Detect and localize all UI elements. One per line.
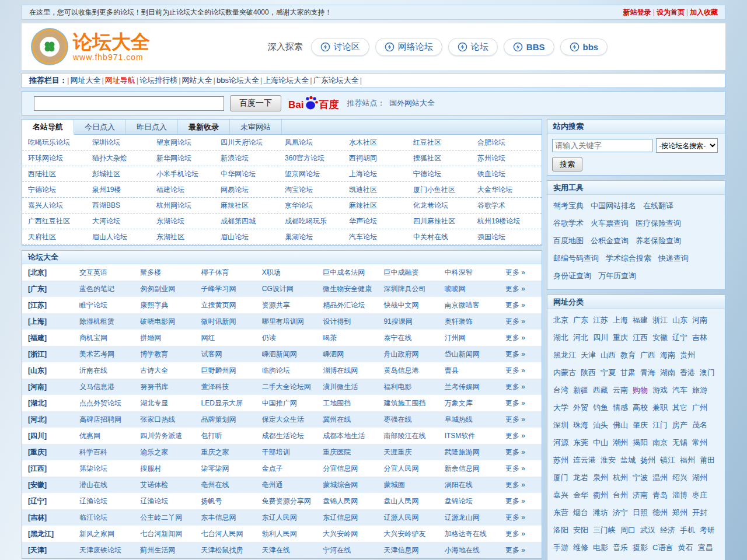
forum-link[interactable]: 古诗大全: [140, 362, 201, 379]
baidu-search-button[interactable]: 百度一下: [230, 95, 281, 111]
category-link[interactable]: 深圳: [553, 416, 568, 434]
more-link[interactable]: 更多 »: [505, 297, 542, 313]
category-link[interactable]: 台州: [613, 487, 628, 504]
category-link[interactable]: 湖北: [553, 329, 568, 346]
forum-link[interactable]: 巨野麟州网: [201, 362, 262, 379]
forum-link[interactable]: 七台河人民网: [201, 526, 262, 542]
more-link[interactable]: 更多 »: [505, 330, 542, 346]
forum-link[interactable]: 汀州网: [445, 330, 505, 346]
category-link[interactable]: 莆田: [700, 452, 715, 469]
category-link[interactable]: 海南: [660, 346, 675, 364]
category-link[interactable]: 厦门: [553, 469, 568, 487]
forum-link[interactable]: 交互英语: [79, 264, 140, 281]
forum-link[interactable]: 天津在线: [262, 542, 323, 558]
forum-link[interactable]: 东辽人民网: [262, 509, 323, 526]
forum-link[interactable]: 七台河新闻网: [140, 526, 201, 542]
more-link[interactable]: 更多 »: [505, 313, 542, 330]
famous-site-link[interactable]: 宁德论坛: [28, 182, 92, 197]
forum-link[interactable]: 奥轩装饰: [445, 313, 505, 330]
category-link[interactable]: 汽车: [672, 382, 687, 399]
category-link[interactable]: 大学: [553, 399, 568, 416]
forum-link[interactable]: 天涯重庆: [383, 444, 444, 460]
forum-link[interactable]: 建筑施工围挡: [383, 395, 444, 411]
category-link[interactable]: 山西: [601, 346, 616, 364]
category-link[interactable]: 湖州: [692, 469, 707, 487]
category-link[interactable]: 福建: [633, 312, 648, 329]
more-link[interactable]: 更多 »: [505, 411, 542, 428]
forum-link[interactable]: 小海地在线: [445, 542, 505, 558]
famous-site-link[interactable]: 360官方论坛: [285, 150, 349, 166]
famous-site-link[interactable]: 四川天府论坛: [221, 135, 285, 150]
famous-site-link[interactable]: 成都吃喝玩乐: [285, 214, 349, 229]
famous-site-link[interactable]: 望京网论坛: [285, 166, 349, 181]
forum-link[interactable]: 匆匆副业网: [140, 281, 201, 297]
tab-5[interactable]: 未审网站: [230, 120, 282, 134]
famous-site-link[interactable]: 合肥论坛: [477, 135, 542, 150]
forum-link[interactable]: 91搜课网: [383, 313, 444, 330]
more-link[interactable]: 更多 »: [505, 493, 542, 509]
category-link[interactable]: 武汉: [640, 522, 655, 539]
forum-link[interactable]: 兰考传媒网: [445, 379, 505, 395]
category-link[interactable]: 常州: [692, 434, 707, 452]
forum-link[interactable]: 美术艺考网: [79, 346, 140, 362]
category-link[interactable]: 汕头: [593, 416, 608, 434]
category-link[interactable]: 手游: [553, 539, 568, 556]
category-link[interactable]: 云南: [613, 382, 628, 399]
forum-link[interactable]: 岱山新闻网: [445, 346, 505, 362]
category-link[interactable]: 东莞: [573, 434, 588, 452]
forum-link[interactable]: 东丰信息网: [201, 509, 262, 526]
category-link[interactable]: 佛山: [613, 416, 628, 434]
forum-link[interactable]: 康熙字典: [140, 297, 201, 313]
category-link[interactable]: 潮州: [613, 434, 628, 452]
forum-link[interactable]: 黄岛信息港: [383, 362, 444, 379]
forum-link[interactable]: 辽源龙山网: [445, 509, 505, 526]
category-link[interactable]: 德州: [652, 504, 668, 522]
forum-link[interactable]: 微时讯新闻: [201, 313, 262, 330]
category-link[interactable]: 湖南: [660, 364, 675, 382]
category-link[interactable]: 荆门: [553, 556, 568, 560]
more-link[interactable]: 更多 »: [505, 395, 542, 411]
famous-site-link[interactable]: 上海论坛: [349, 166, 413, 181]
category-link[interactable]: 澳门: [700, 364, 715, 382]
site-search-button[interactable]: 搜索: [552, 157, 582, 172]
forum-link[interactable]: 南部陵江在线: [383, 428, 444, 444]
forum-link[interactable]: 天津松鼠找房: [201, 542, 262, 558]
category-link[interactable]: 陕西: [581, 364, 596, 382]
famous-site-link[interactable]: 强国论坛: [477, 229, 542, 244]
forum-link[interactable]: 勃利人民网: [262, 526, 323, 542]
forum-link[interactable]: 巨中成名法网: [323, 264, 383, 281]
forum-link[interactable]: 四川劳务派遣: [140, 428, 201, 444]
category-link[interactable]: 江苏: [593, 312, 608, 329]
category-link[interactable]: 内蒙古: [553, 364, 576, 382]
category-link[interactable]: 教育: [620, 346, 636, 364]
forum-link[interactable]: 商机宝网: [79, 330, 140, 346]
tool-link[interactable]: 中国网站排名: [591, 201, 636, 210]
forum-link[interactable]: 冀州在线: [323, 411, 383, 428]
tab-4[interactable]: 最新收录: [178, 120, 230, 134]
search-type-select[interactable]: -按论坛名搜索-: [656, 138, 718, 153]
category-link[interactable]: 天门: [693, 556, 708, 560]
forum-link[interactable]: 科学百科: [79, 444, 140, 460]
more-link[interactable]: 更多 »: [505, 264, 542, 281]
category-link[interactable]: 安阳: [573, 522, 588, 539]
category-link[interactable]: 黑龙江: [553, 346, 576, 364]
category-link[interactable]: 房产: [672, 416, 687, 434]
category-link[interactable]: 咸宁: [593, 556, 608, 560]
forum-link[interactable]: 微生物安全健康: [323, 281, 383, 297]
famous-site-link[interactable]: 嘉兴人论坛: [28, 198, 92, 213]
forum-link[interactable]: 盘山人民网: [383, 493, 444, 509]
famous-site-link[interactable]: 麻辣社区: [221, 198, 285, 213]
category-link[interactable]: 西藏: [593, 382, 608, 399]
category-link[interactable]: 情感: [613, 399, 628, 416]
category-link[interactable]: 连云港: [573, 452, 596, 469]
forum-link[interactable]: 大兴安岭网: [323, 526, 383, 542]
category-link[interactable]: 济宁: [613, 504, 628, 522]
tab-2[interactable]: 今日点入: [74, 120, 126, 134]
more-link[interactable]: 更多 »: [505, 379, 542, 395]
forum-link[interactable]: 萱泽科技: [201, 379, 262, 395]
category-link[interactable]: 宁波: [633, 469, 648, 487]
forum-link[interactable]: 点点外贸论坛: [79, 395, 140, 411]
forum-link[interactable]: 设计得到: [323, 313, 383, 330]
category-link[interactable]: 洛阳: [553, 522, 568, 539]
famous-site-link[interactable]: 西陆社区: [28, 166, 92, 181]
